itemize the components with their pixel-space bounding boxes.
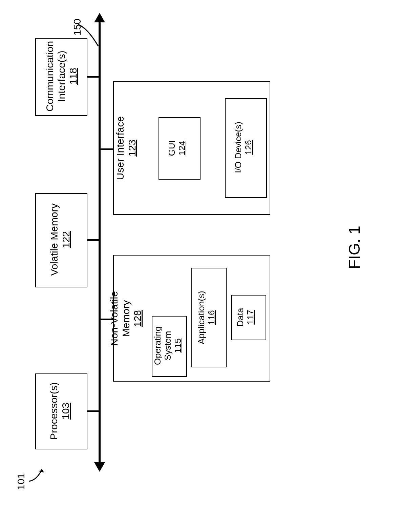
svg-marker-0: [39, 469, 44, 472]
nvram-label: Non-Volatile Memory 128: [108, 281, 142, 356]
apps-text: Application(s): [196, 291, 206, 344]
figure-ref-label: 101: [15, 470, 29, 493]
apps-ref: 116: [206, 310, 216, 325]
io-text: I/O Device(s): [233, 122, 243, 173]
comm-ref: 118: [67, 68, 79, 85]
apps-label: Application(s) 116: [196, 282, 220, 353]
conn-comm: [86, 76, 100, 78]
conn-ui: [100, 148, 113, 150]
svg-marker-2: [94, 462, 105, 472]
volatile-label: Volatile Memory 122: [48, 199, 72, 280]
processor-label: Processor(s) 103: [48, 377, 72, 445]
nvram-ref: 128: [132, 310, 143, 327]
figure-caption: FIG. 1: [345, 214, 366, 281]
gui-label: GUI 124: [167, 131, 191, 165]
io-label: I/O Device(s) 126: [233, 114, 257, 181]
figure-1-diagram: 101 150 Processor(s) 103 Volatile Memory…: [0, 0, 420, 507]
nvram-text: Non-Volatile Memory: [108, 291, 131, 346]
ui-ref: 123: [126, 140, 138, 157]
conn-volatile: [86, 239, 100, 241]
ui-label: User Interface 123: [114, 113, 138, 184]
processor-ref: 103: [60, 403, 71, 420]
gui-text: GUI: [167, 140, 177, 156]
figure-ref-text: 101: [15, 473, 26, 490]
volatile-text: Volatile Memory: [48, 203, 60, 276]
data-text: Data: [235, 308, 245, 327]
ui-text: User Interface: [114, 116, 126, 180]
svg-marker-1: [94, 13, 105, 22]
data-label: Data 117: [235, 295, 259, 339]
os-label: Operating System 115: [153, 319, 183, 373]
comm-label: Communication Interface(s) 118: [44, 36, 78, 117]
figure-caption-text: FIG. 1: [345, 226, 363, 269]
bus-arrow-bottom: [93, 458, 106, 472]
io-ref: 126: [243, 140, 253, 155]
os-text: Operating System: [152, 326, 173, 365]
os-ref: 115: [173, 338, 183, 353]
volatile-ref: 122: [60, 231, 71, 248]
gui-ref: 124: [177, 141, 187, 155]
data-ref: 117: [245, 310, 255, 324]
processor-text: Processor(s): [48, 382, 59, 440]
figure-ref-arrow: [27, 464, 47, 485]
system-bus: [99, 20, 101, 464]
conn-processor: [86, 410, 100, 412]
comm-text: Communication Interface(s): [44, 41, 67, 111]
